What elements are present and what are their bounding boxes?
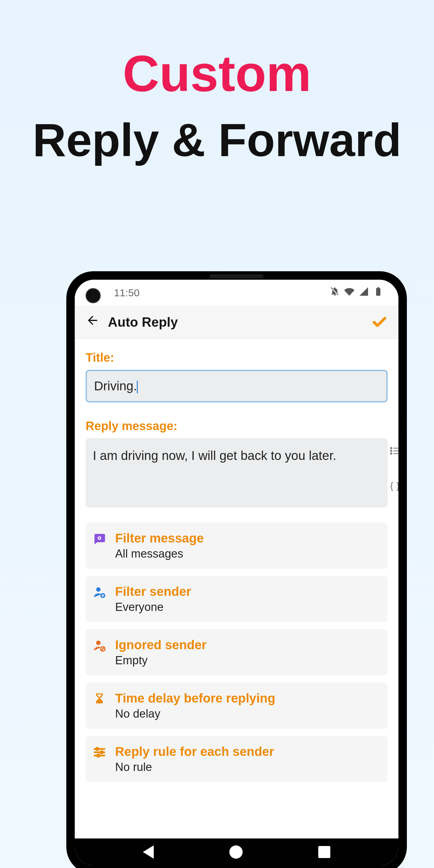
sliders-icon bbox=[93, 746, 106, 759]
battery-icon bbox=[373, 286, 383, 299]
svg-line-12 bbox=[101, 647, 104, 650]
svg-point-17 bbox=[100, 751, 103, 753]
earpiece bbox=[210, 274, 264, 278]
form-content: Title: Driving. Reply message: I am driv… bbox=[75, 339, 398, 838]
hero-word-custom: Custom bbox=[0, 48, 434, 99]
android-nav-bar bbox=[75, 838, 398, 866]
svg-point-9 bbox=[101, 594, 105, 598]
notification-off-icon bbox=[330, 286, 340, 299]
option-sub: All messages bbox=[115, 547, 204, 560]
status-time: 11:50 bbox=[114, 287, 140, 299]
list-format-icon[interactable] bbox=[390, 445, 398, 458]
option-reply-rule[interactable]: Reply rule for each sender No rule bbox=[86, 736, 388, 782]
title-input[interactable]: Driving. bbox=[86, 370, 388, 402]
svg-point-10 bbox=[96, 641, 101, 645]
option-title: Time delay before replying bbox=[115, 691, 275, 706]
reply-value: I am driving now, I will get back to you… bbox=[93, 448, 336, 463]
svg-point-0 bbox=[391, 447, 392, 449]
svg-point-2 bbox=[391, 453, 392, 455]
option-sub: No rule bbox=[115, 761, 274, 774]
title-label: Title: bbox=[86, 351, 388, 364]
option-ignored-sender[interactable]: Ignored sender Empty bbox=[86, 629, 388, 675]
phone-frame: 11:50 Auto Reply bbox=[66, 271, 407, 868]
option-filter-message[interactable]: Filter message All messages bbox=[86, 523, 388, 569]
hero-headline: Custom Reply & Forward bbox=[0, 0, 434, 163]
status-bar: 11:50 bbox=[75, 280, 398, 306]
hourglass-icon bbox=[93, 692, 106, 706]
nav-recent-icon[interactable] bbox=[318, 846, 330, 858]
braces-icon[interactable] bbox=[390, 481, 398, 493]
screen-title: Auto Reply bbox=[108, 315, 371, 330]
option-filter-sender[interactable]: Filter sender Everyone bbox=[86, 576, 388, 622]
option-sub: Everyone bbox=[115, 601, 191, 614]
filter-message-icon bbox=[93, 532, 106, 546]
title-value: Driving. bbox=[94, 379, 137, 393]
svg-point-16 bbox=[96, 748, 98, 750]
reply-label: Reply message: bbox=[86, 419, 388, 433]
nav-home-icon[interactable] bbox=[229, 845, 243, 859]
nav-back-icon[interactable] bbox=[143, 845, 154, 859]
option-title: Ignored sender bbox=[115, 638, 207, 652]
option-sub: No delay bbox=[115, 707, 275, 720]
front-camera bbox=[86, 288, 101, 303]
option-title: Filter message bbox=[115, 531, 204, 546]
hero-word-reply-forward: Reply & Forward bbox=[0, 117, 434, 163]
signal-icon bbox=[359, 286, 369, 299]
option-sub: Empty bbox=[115, 654, 207, 667]
option-time-delay[interactable]: Time delay before replying No delay bbox=[86, 683, 388, 729]
option-title: Filter sender bbox=[115, 584, 191, 599]
confirm-button[interactable] bbox=[371, 313, 388, 331]
svg-point-18 bbox=[97, 754, 99, 757]
ignored-sender-icon bbox=[93, 639, 106, 652]
filter-sender-icon bbox=[93, 586, 106, 599]
wifi-icon bbox=[344, 286, 354, 299]
text-cursor bbox=[137, 381, 138, 393]
svg-point-1 bbox=[391, 450, 392, 452]
svg-point-7 bbox=[98, 537, 100, 539]
option-title: Reply rule for each sender bbox=[115, 744, 274, 759]
app-bar: Auto Reply bbox=[75, 306, 398, 339]
reply-textarea[interactable]: I am driving now, I will get back to you… bbox=[86, 438, 388, 507]
svg-point-8 bbox=[96, 587, 101, 592]
back-button[interactable] bbox=[86, 313, 99, 331]
